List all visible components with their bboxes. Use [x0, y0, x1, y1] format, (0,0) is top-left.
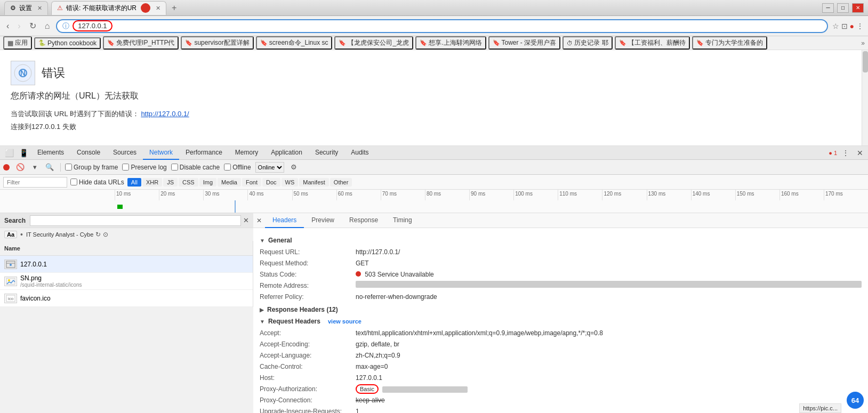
offline-label[interactable]: Offline: [224, 164, 251, 171]
tick-130ms: 130 ms: [647, 190, 691, 200]
bookmark-supervisor[interactable]: 🔖 supervisor配置详解: [181, 36, 253, 50]
filter-type-manifest[interactable]: Manifest: [299, 178, 329, 187]
bookmark-history[interactable]: ⏱ 历史记录 耶: [562, 36, 612, 50]
det-tab-timing[interactable]: Timing: [385, 213, 420, 228]
response-headers-section-header[interactable]: ▶ Response Headers (12): [260, 306, 862, 313]
tab-security[interactable]: Security: [309, 146, 344, 160]
filter-type-other[interactable]: Other: [330, 178, 352, 187]
filter-type-img[interactable]: Img: [199, 178, 216, 187]
devtools-close-button[interactable]: ✕: [854, 148, 866, 158]
bookmark-longhu[interactable]: 🔖 【龙虎保安公司_龙虎: [334, 36, 413, 50]
url-bar[interactable]: ⓘ 127.0.0.1: [56, 19, 827, 33]
det-tab-headers[interactable]: Headers: [265, 213, 304, 228]
tab-performance[interactable]: Performance: [179, 146, 229, 160]
bookmark-python-cookbook[interactable]: 🐍 Python cookbook: [34, 37, 101, 49]
tab-audits[interactable]: Audits: [344, 146, 375, 160]
tab-error-close[interactable]: ✕: [156, 5, 160, 12]
filter-type-all[interactable]: All: [127, 178, 141, 187]
hide-data-urls-checkbox[interactable]: [70, 179, 77, 185]
bookmark-star-button[interactable]: ☆: [832, 22, 839, 30]
error-indicator[interactable]: ●: [850, 22, 854, 30]
tab-settings[interactable]: ⚙ 设置 ✕: [4, 1, 48, 15]
bookmark-screen[interactable]: 🔖 screen命令_Linux sc: [256, 36, 333, 50]
bookmark-xiangjin[interactable]: 🔖 想享.上海騑鸿网络: [415, 36, 486, 50]
new-tab-button[interactable]: +: [172, 3, 176, 13]
devtools-inspect-button[interactable]: ⬜: [2, 148, 17, 158]
network-throttle-select[interactable]: Online: [255, 162, 284, 173]
details-panel-close[interactable]: ✕: [253, 217, 265, 224]
tab-network[interactable]: Network: [143, 146, 179, 160]
tab-error-badge: [141, 3, 150, 13]
det-tab-preview[interactable]: Preview: [304, 213, 342, 228]
tab-memory[interactable]: Memory: [229, 146, 264, 160]
tab-elements[interactable]: Elements: [31, 146, 70, 160]
request-icon-favicon: ico: [4, 294, 17, 303]
devtools-more-button[interactable]: ⋮: [839, 148, 852, 158]
bookmark-tower[interactable]: 🔖 Tower - 深受用户喜: [488, 36, 561, 50]
bookmark-favicon-7: 🔖: [619, 39, 626, 46]
network-settings-button[interactable]: ⚙: [288, 162, 299, 172]
search-input[interactable]: [30, 215, 241, 226]
tab-settings-close[interactable]: ✕: [37, 5, 42, 12]
offline-checkbox[interactable]: [224, 164, 231, 171]
bookmark-student[interactable]: 🔖 专门为大学生准备的: [692, 36, 767, 50]
minimize-button[interactable]: ─: [822, 3, 834, 13]
general-section-header[interactable]: ▼ General: [260, 237, 862, 244]
preserve-log-label[interactable]: Preserve log: [122, 164, 166, 171]
record-button[interactable]: [3, 164, 10, 171]
forward-button[interactable]: ›: [15, 20, 22, 32]
det-tab-response[interactable]: Response: [342, 213, 385, 228]
cast-button[interactable]: ⊡: [841, 22, 848, 30]
response-headers-toggle-icon: ▶: [260, 307, 264, 313]
page-scrollbar[interactable]: [862, 50, 868, 145]
close-button[interactable]: ✕: [852, 3, 864, 13]
filter-type-xhr[interactable]: XHR: [142, 178, 162, 187]
filter-type-js[interactable]: JS: [163, 178, 178, 187]
page-url-link[interactable]: http://127.0.0.1/: [141, 110, 189, 118]
filter-type-doc[interactable]: Doc: [262, 178, 280, 187]
case-sensitive-button[interactable]: Aa: [4, 231, 17, 238]
devtools-device-button[interactable]: 📱: [17, 148, 31, 158]
search-refresh-button[interactable]: ↻: [95, 231, 101, 238]
bookmarks-overflow[interactable]: »: [861, 39, 865, 47]
disable-cache-text: Disable cache: [180, 164, 220, 171]
search-close-button[interactable]: ✕: [243, 216, 249, 224]
request-row-snpng[interactable]: SN.png /squid-internal-static/icons: [0, 273, 253, 290]
filter-input[interactable]: [3, 177, 67, 188]
search-clear-button[interactable]: ⊙: [103, 231, 108, 238]
tab-sources[interactable]: Sources: [107, 146, 143, 160]
url-display[interactable]: 127.0.0.1: [73, 20, 112, 31]
back-button[interactable]: ‹: [4, 20, 11, 32]
request-row-127[interactable]: 127.0.0.1: [0, 256, 253, 273]
preserve-log-text: Preserve log: [131, 164, 166, 171]
bookmark-salary[interactable]: 🔖 【工资福利、薪酬待: [615, 36, 690, 50]
group-by-frame-label[interactable]: Group by frame: [65, 164, 118, 171]
menu-button[interactable]: ⋮: [856, 22, 864, 30]
tab-application[interactable]: Application: [264, 146, 309, 160]
view-source-link[interactable]: view source: [328, 318, 361, 325]
filter-type-media[interactable]: Media: [218, 178, 241, 187]
clear-button[interactable]: 🚫: [14, 162, 27, 172]
group-by-frame-checkbox[interactable]: [65, 164, 72, 171]
referrer-policy-val: no-referrer-when-downgrade: [356, 292, 862, 302]
request-headers-section-header[interactable]: ▼ Request Headers view source: [260, 318, 862, 325]
request-row-favicon[interactable]: ico favicon.ico: [0, 290, 253, 307]
disable-cache-checkbox[interactable]: [171, 164, 178, 171]
bookmark-proxy[interactable]: 🔖 免费代理IP_HTTP代: [103, 36, 179, 50]
tab-console[interactable]: Console: [70, 146, 107, 160]
bookmark-longhu-label: 【龙虎保安公司_龙虎: [348, 38, 409, 47]
host-row: Host: 127.0.0.1: [260, 373, 862, 383]
filter-type-font[interactable]: Font: [242, 178, 261, 187]
tab-error[interactable]: ⚠ 错误: 不能获取请求的UR ✕: [51, 1, 166, 15]
hide-data-urls-label[interactable]: Hide data URLs: [70, 179, 124, 186]
filter-type-ws[interactable]: WS: [282, 178, 299, 187]
search-button[interactable]: 🔍: [43, 162, 56, 172]
reload-button[interactable]: ↻: [27, 20, 38, 32]
filter-button[interactable]: ▾: [31, 162, 39, 172]
maximize-button[interactable]: □: [837, 3, 849, 13]
preserve-log-checkbox[interactable]: [122, 164, 129, 171]
home-button[interactable]: ⌂: [43, 20, 52, 32]
bookmark-apps[interactable]: ▦ 应用: [3, 36, 32, 50]
disable-cache-label[interactable]: Disable cache: [171, 164, 220, 171]
filter-type-css[interactable]: CSS: [179, 178, 198, 187]
